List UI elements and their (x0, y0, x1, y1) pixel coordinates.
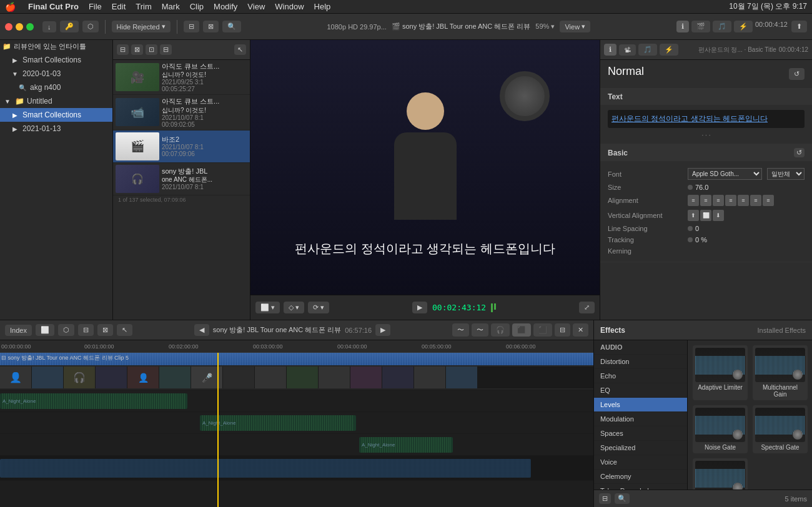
browser-view-btn-2[interactable]: ⊠ (131, 44, 143, 55)
sidebar-item-date-2021[interactable]: ▶ 2021-01-13 (0, 122, 112, 135)
menu-help[interactable]: Help (314, 2, 331, 11)
viewer-fullscreen-btn[interactable]: ⤢ (579, 302, 595, 313)
effect-multichannel-gain[interactable]: Multichannel Gain (753, 345, 808, 400)
hide-rejected-button[interactable]: Hide Rejected ▾ (112, 21, 171, 32)
apple-logo-icon[interactable]: 🍎 (5, 2, 16, 12)
waveform2-btn[interactable]: 〜 (472, 323, 488, 337)
view-button[interactable]: View ▾ (560, 21, 590, 32)
timeline-nav-prev[interactable]: ◀ (194, 324, 209, 336)
browser-cursor-btn[interactable]: ↖ (234, 44, 246, 55)
minimize-button[interactable] (16, 23, 23, 31)
effects-cat-specialized[interactable]: Specialized (594, 441, 687, 455)
timeline-index-btn[interactable]: Index (5, 325, 32, 336)
inspector-reset-btn[interactable]: ↺ (789, 68, 805, 80)
valign-middle-button[interactable]: ⬜ (700, 210, 711, 221)
timeline-view-btn[interactable]: ⊠ (97, 324, 113, 336)
effects-cat-celemony[interactable]: Celemony (594, 470, 687, 484)
inspector-toggle-button[interactable]: ℹ (676, 21, 689, 32)
viewer-crop-btn[interactable]: ⬜ ▾ (255, 302, 280, 313)
font-selector[interactable]: Apple SD Goth... (688, 168, 762, 180)
effects-cat-voice[interactable]: Voice (594, 455, 687, 470)
align-center-button[interactable]: ≡ (700, 195, 711, 206)
menu-modify[interactable]: Modify (214, 2, 237, 11)
menu-file[interactable]: File (89, 2, 102, 11)
viewer-speed-btn[interactable]: ⟳ ▾ (308, 302, 329, 313)
timeline-blade-btn[interactable]: ⬡ (58, 324, 74, 336)
view-type-button[interactable]: ⊟ (184, 21, 199, 32)
video-inspector-button[interactable]: 🎬 (691, 21, 710, 32)
timeline-view-btn-3[interactable]: ⬛ (533, 323, 552, 337)
effect-knob-4[interactable] (793, 430, 803, 440)
sidebar-library-header[interactable]: 📁 리뷰안에 있는 언타이틀 (0, 40, 112, 53)
effects-search-btn[interactable]: 🔍 (615, 493, 630, 504)
browser-view-btn-4[interactable]: ⊟ (160, 44, 172, 55)
key-button[interactable]: 🔑 (60, 21, 79, 32)
timeline-nav-next[interactable]: ▶ (375, 324, 390, 336)
browser-video-item-2[interactable]: 📹 아직도 큐브 스트... 십니까? 이것도! 2021/10/07 8:1 … (113, 95, 250, 130)
search-button[interactable]: 🔍 (222, 21, 241, 32)
effect-knob-1[interactable] (733, 370, 743, 380)
browser-view-btn-3[interactable]: ⊡ (146, 44, 157, 55)
effect-knob-3[interactable] (733, 430, 743, 440)
inspector-text-preview[interactable]: 펀사운드의 정석이라고 생각되는 헤드폰입니다 (608, 110, 805, 128)
effects-cat-tokyodawn[interactable]: Tokyo Dawn Labs (594, 484, 687, 490)
inspector-effects-btn[interactable]: ⚡ (660, 44, 678, 56)
maximize-button[interactable] (26, 23, 34, 31)
inspector-info-btn[interactable]: ℹ (604, 44, 616, 56)
effect-noise-gate[interactable]: Noise Gate (693, 405, 748, 453)
linespacing-slider[interactable] (688, 226, 693, 231)
play-button[interactable]: ▶ (412, 302, 427, 313)
effects-cat-levels[interactable]: Levels (594, 398, 687, 412)
audio-clip-1[interactable]: A_Night_Alone (0, 393, 187, 409)
effect-adaptive-limiter[interactable]: Adaptive Limiter (693, 345, 748, 400)
browser-view-btn-1[interactable]: ⊟ (117, 44, 129, 55)
menu-mark[interactable]: Mark (162, 2, 180, 11)
effect-knob-5[interactable] (733, 483, 743, 490)
basic-reset-btn[interactable]: ↺ (794, 148, 805, 157)
effects-cat-echo[interactable]: Echo (594, 369, 687, 383)
inspector-basic-header[interactable]: Basic ↺ (600, 144, 812, 161)
filter-inspector-button[interactable]: ⚡ (734, 21, 753, 32)
align-justify3-button[interactable]: ≡ (750, 195, 761, 206)
browser-video-item-4[interactable]: 🎧 sony 방출! JBL one ANC 헤드폰... 2021/10/07… (113, 163, 250, 195)
align-justify-button[interactable]: ≡ (725, 195, 736, 206)
effect-surround-compressor[interactable]: Surround Compressor (693, 458, 748, 490)
menu-view[interactable]: View (247, 2, 265, 11)
sidebar-item-smart-collections-1[interactable]: ▶ Smart Collections (0, 53, 112, 67)
audio-clip-2[interactable]: A_Night_Alone (200, 415, 356, 431)
share-export-button[interactable]: ⬆ (791, 21, 807, 32)
valign-bottom-button[interactable]: ⬇ (713, 210, 724, 221)
viewer-transform-btn[interactable]: ◇ ▾ (284, 302, 304, 313)
sidebar-item-smart-collections-2[interactable]: ▶ Smart Collections (0, 108, 112, 122)
timeline-select-btn[interactable]: ↖ (117, 324, 132, 336)
close-button[interactable] (5, 23, 12, 31)
effects-footer-btn-1[interactable]: ⊟ (599, 493, 611, 504)
timeline-marker-btn[interactable]: ⊟ (78, 324, 94, 336)
effects-cat-modulation[interactable]: Modulation (594, 412, 687, 426)
timeline-view-btn-2[interactable]: ⬛ (512, 323, 531, 337)
effect-knob-2[interactable] (793, 370, 803, 380)
sidebar-item-untitled[interactable]: ▼ 📁 Untitled (0, 94, 112, 108)
font-style-selector[interactable]: 일반체 (767, 168, 805, 180)
browser-video-item-3[interactable]: 🎬 바조2 2021/10/07 8:1 00:07:09:06 (113, 130, 250, 163)
menu-window[interactable]: Window (275, 2, 304, 11)
inspector-text-header[interactable]: Text (600, 89, 812, 105)
sidebar-item-akg[interactable]: 🔍 akg n400 (0, 81, 112, 94)
align-right-button[interactable]: ≡ (713, 195, 724, 206)
align-justify2-button[interactable]: ≡ (738, 195, 749, 206)
audio-inspector-button[interactable]: 🎵 (713, 21, 731, 32)
timeline-clip-btn[interactable]: ⊟ (555, 323, 570, 337)
menu-trim[interactable]: Trim (136, 2, 152, 11)
browser-video-item-1[interactable]: 🎥 아직도 큐브 스트... 십니까? 이것도! 2021/09/25 3:1 … (113, 60, 250, 95)
sidebar-item-date-2020[interactable]: ▼ 2020-01-03 (0, 67, 112, 81)
timeline-settings-btn[interactable]: ✕ (573, 323, 588, 337)
menu-edit[interactable]: Edit (112, 2, 126, 11)
tracking-slider[interactable] (688, 237, 693, 242)
timeline-add-clip-btn[interactable]: ⬜ (36, 324, 54, 336)
align-justify4-button[interactable]: ≡ (763, 195, 774, 206)
share-button[interactable]: ⬡ (82, 21, 99, 32)
valign-top-button[interactable]: ⬆ (688, 210, 699, 221)
size-slider-handle[interactable] (688, 185, 693, 190)
waveform-btn[interactable]: 〜 (452, 323, 469, 337)
inspector-video-btn[interactable]: 📽 (619, 44, 636, 56)
